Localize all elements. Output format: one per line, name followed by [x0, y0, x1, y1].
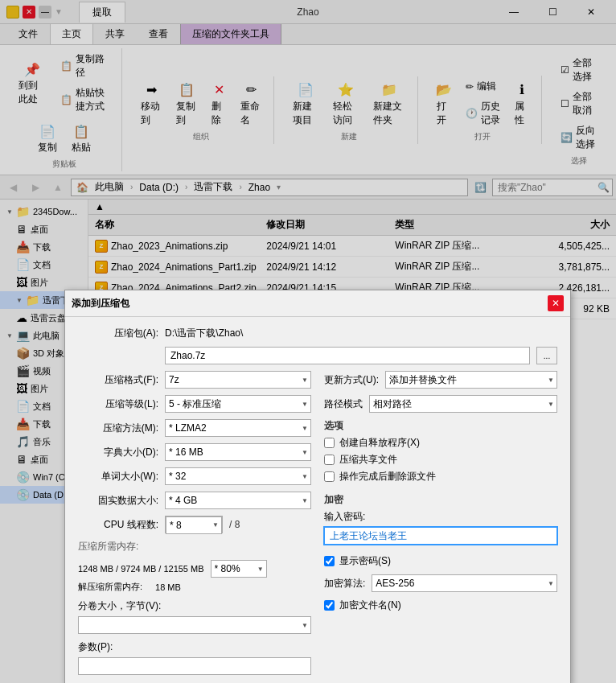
method-select-container: * LZMA2 ▼	[165, 419, 311, 437]
show-password-label: 显示密码(S)	[339, 554, 391, 568]
path-mode-select[interactable]: 相对路径	[369, 395, 557, 413]
method-label: 压缩方法(M):	[78, 422, 158, 435]
show-password-row: 显示密码(S)	[324, 554, 557, 568]
encrypt-filename-label: 加密文件名(N)	[339, 599, 401, 612]
method-select[interactable]: * LZMA2	[165, 419, 311, 437]
options-title: 选项	[324, 419, 557, 433]
cpu-of: / 8	[229, 519, 240, 530]
encrypt-section: 加密 输入密码: 显示密码(S) 加密算法: AES-256	[324, 493, 557, 612]
opt2-checkbox[interactable]	[324, 455, 335, 465]
update-select[interactable]: 添加并替换文件	[385, 371, 557, 389]
decompress-mem-value: 18 MB	[155, 582, 181, 592]
algo-row: 加密算法: AES-256 ▼	[324, 574, 557, 592]
path-mode-label: 路径模式	[324, 397, 363, 411]
opt3-label: 操作完成后删除源文件	[339, 470, 436, 483]
split-select[interactable]	[78, 616, 311, 634]
format-select-container: 7z zip rar ▼	[165, 371, 311, 389]
solid-select[interactable]: * 4 GB	[165, 492, 311, 509]
encrypt-password-input[interactable]	[324, 527, 557, 545]
archive-path-label: 压缩包(A):	[78, 327, 158, 340]
level-select-container: 5 - 标准压缩 ▼	[165, 395, 311, 413]
encrypt-title: 加密	[324, 493, 557, 507]
opt3-checkbox[interactable]	[324, 471, 335, 482]
cpu-label: CPU 线程数:	[78, 518, 158, 532]
path-mode-select-container: 相对路径 ▼	[369, 395, 557, 413]
level-select[interactable]: 5 - 标准压缩	[165, 395, 311, 413]
cpu-select-container: * 8 ▼	[166, 516, 222, 533]
dialog-close-button[interactable]: ✕	[548, 295, 564, 311]
word-label: 单词大小(W):	[78, 470, 158, 483]
dialog-title-bar: 添加到压缩包 ✕	[65, 290, 570, 317]
word-row: 单词大小(W): * 32 ▼	[78, 467, 311, 485]
percent-select-container: * 80% * 50% ▼	[211, 560, 267, 578]
cpu-row: CPU 线程数: * 8 ▼ / 8	[78, 516, 311, 533]
params-label: 参数(P):	[78, 640, 311, 654]
opt1-checkbox[interactable]	[324, 438, 335, 448]
opt1-row: 创建自释放程序(X)	[324, 436, 557, 450]
dict-select-container: * 16 MB ▼	[165, 443, 311, 461]
algo-select[interactable]: AES-256	[372, 574, 557, 592]
format-label: 压缩格式(F):	[78, 373, 158, 387]
method-row: 压缩方法(M): * LZMA2 ▼	[78, 419, 311, 437]
archive-path-row: 压缩包(A): D:\迅雷下载\Zhao\	[78, 327, 557, 340]
solid-label: 固实数据大小:	[78, 494, 158, 508]
level-row: 压缩等级(L): 5 - 标准压缩 ▼	[78, 395, 311, 413]
options-section: 选项 创建自释放程序(X) 压缩共享文件 操作完成后删除源文件	[324, 419, 557, 483]
dialog-title: 添加到压缩包	[72, 297, 129, 311]
algo-label: 加密算法:	[324, 577, 365, 590]
dialog-two-col: 压缩格式(F): 7z zip rar ▼ 压缩等级(L):	[78, 371, 557, 675]
archive-path-dir: D:\迅雷下载\Zhao\	[165, 327, 243, 340]
split-label: 分卷大小，字节(V):	[78, 599, 311, 613]
dialog-col-right: 更新方式(U): 添加并替换文件 ▼ 路径模式 相对路径	[324, 371, 557, 675]
cpu-input-group: * 8 ▼	[165, 516, 223, 533]
encrypt-input-label: 输入密码:	[324, 510, 557, 524]
opt1-label: 创建自释放程序(X)	[339, 436, 420, 450]
show-password-checkbox[interactable]	[324, 556, 335, 566]
dialog-col-left: 压缩格式(F): 7z zip rar ▼ 压缩等级(L):	[78, 371, 311, 675]
path-mode-row: 路径模式 相对路径 ▼	[324, 395, 557, 413]
solid-select-container: * 4 GB ▼	[165, 492, 311, 509]
encrypt-spacer	[324, 545, 557, 554]
archive-name-input[interactable]	[165, 347, 530, 364]
update-row: 更新方式(U): 添加并替换文件 ▼	[324, 371, 557, 389]
algo-select-container: AES-256 ▼	[372, 574, 557, 592]
dialog-content: 压缩包(A): D:\迅雷下载\Zhao\ ... 压缩格式(F): 7z zi…	[65, 317, 570, 683]
word-select[interactable]: * 32	[165, 467, 311, 485]
update-label: 更新方式(U):	[324, 373, 379, 387]
level-label: 压缩等级(L):	[78, 397, 158, 411]
params-input[interactable]	[78, 657, 311, 675]
compress-mem-row: 1248 MB / 9724 MB / 12155 MB * 80% * 50%…	[78, 560, 311, 578]
format-row: 压缩格式(F): 7z zip rar ▼	[78, 371, 311, 389]
format-select[interactable]: 7z zip rar	[165, 371, 311, 389]
dict-label: 字典大小(D):	[78, 446, 158, 459]
encrypt-filename-row: 加密文件名(N)	[324, 599, 557, 612]
split-section: 分卷大小，字节(V): ▼	[78, 599, 311, 634]
params-section: 参数(P):	[78, 640, 311, 675]
dict-select[interactable]: * 16 MB	[165, 443, 311, 461]
word-select-container: * 32 ▼	[165, 467, 311, 485]
solid-row: 固实数据大小: * 4 GB ▼	[78, 492, 311, 509]
compress-mem-value: 1248 MB / 9724 MB / 12155 MB	[78, 564, 204, 574]
update-select-container: 添加并替换文件 ▼	[385, 371, 557, 389]
compress-mem-label: 压缩所需内存:	[78, 540, 311, 553]
archive-name-row: ...	[78, 347, 557, 364]
percent-select[interactable]: * 80% * 50%	[211, 560, 267, 578]
split-select-container: ▼	[78, 616, 311, 634]
browse-button[interactable]: ...	[536, 347, 557, 364]
dict-row: 字典大小(D): * 16 MB ▼	[78, 443, 311, 461]
opt3-row: 操作完成后删除源文件	[324, 470, 557, 483]
opt2-row: 压缩共享文件	[324, 453, 557, 467]
decompress-mem-label: 解压缩所需内存:	[78, 581, 142, 593]
opt2-label: 压缩共享文件	[339, 453, 397, 467]
cpu-select[interactable]: * 8	[166, 516, 222, 534]
encrypt-filename-checkbox[interactable]	[324, 600, 335, 611]
add-archive-dialog: 添加到压缩包 ✕ 压缩包(A): D:\迅雷下载\Zhao\ ... 压缩格式(…	[64, 290, 571, 683]
decompress-mem-row: 解压缩所需内存: 18 MB	[78, 581, 311, 593]
